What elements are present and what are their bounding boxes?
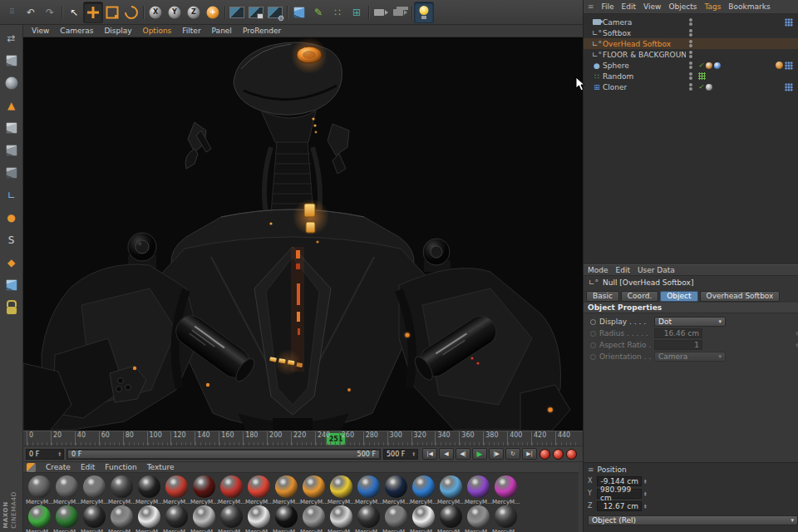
edges-mode-icon[interactable] bbox=[2, 140, 22, 160]
material-item[interactable]: MercyM... bbox=[300, 505, 328, 532]
effector-field-icon[interactable] bbox=[698, 72, 706, 80]
orientation-dropdown[interactable]: Camera ▾ bbox=[654, 352, 726, 362]
vp-menu-panel[interactable]: Panel bbox=[212, 27, 232, 35]
material-item[interactable]: MercyM... bbox=[300, 475, 328, 505]
object-row-random[interactable]: ∷ Random bbox=[584, 71, 798, 81]
am-menu-user-data[interactable]: User Data bbox=[638, 266, 675, 274]
move-tool-icon[interactable] bbox=[84, 2, 102, 22]
current-frame-input[interactable]: 0 F ▴▾ bbox=[26, 449, 64, 460]
mat-menu-function[interactable]: Function bbox=[105, 463, 136, 471]
play-backwards-button[interactable]: ◀ bbox=[439, 448, 454, 460]
object-row-cloner[interactable]: ⊞ Cloner ✓ bbox=[584, 81, 798, 92]
pen-tool-icon[interactable]: ✎ bbox=[309, 2, 328, 22]
material-item[interactable]: MercyM... bbox=[410, 505, 437, 532]
material-item[interactable]: MercyM... bbox=[245, 505, 273, 532]
play-button[interactable]: ▶ bbox=[472, 448, 487, 460]
material-item[interactable]: MercyM... bbox=[218, 505, 245, 532]
next-frame-button[interactable]: |▶ bbox=[489, 448, 504, 460]
material-item[interactable]: MercyM... bbox=[437, 505, 465, 532]
material-item[interactable]: MercyM... bbox=[190, 505, 218, 532]
snap-icon[interactable]: S bbox=[2, 229, 22, 250]
record-keyframe-button[interactable] bbox=[539, 449, 550, 460]
viewport-solo-icon[interactable]: ● bbox=[2, 207, 22, 228]
material-item[interactable]: MercyM... bbox=[465, 505, 492, 532]
keyframe-circle-icon[interactable] bbox=[590, 319, 596, 325]
radius-input[interactable]: 16.46 cm bbox=[654, 328, 702, 338]
material-item[interactable]: MercyM... bbox=[53, 475, 81, 505]
film-camera-icon[interactable] bbox=[391, 2, 409, 22]
end-frame-spinner[interactable]: ▴▾ bbox=[412, 451, 415, 456]
material-item[interactable]: MercyM... bbox=[108, 475, 135, 505]
tag-icon-grid[interactable] bbox=[785, 18, 793, 27]
points-mode-icon[interactable] bbox=[2, 117, 22, 138]
material-item[interactable]: MercyM... bbox=[108, 505, 135, 532]
goto-end-button[interactable]: ▶| bbox=[522, 448, 537, 460]
vp-menu-cameras[interactable]: Cameras bbox=[60, 27, 93, 35]
material-item[interactable]: MercyM... bbox=[382, 475, 410, 505]
material-item[interactable]: MercyM... bbox=[492, 505, 520, 532]
texture-mode-icon[interactable] bbox=[2, 72, 22, 93]
preview-range-slider[interactable]: 0 F 500 F bbox=[66, 449, 381, 460]
material-item[interactable]: MercyM... bbox=[26, 475, 53, 505]
visibility-dots[interactable] bbox=[686, 83, 696, 91]
render-picture-viewer-icon[interactable] bbox=[247, 2, 265, 22]
material-item[interactable]: MercyM... bbox=[492, 475, 520, 505]
material-item[interactable]: MercyM... bbox=[81, 505, 108, 532]
object-row-camera[interactable]: Camera bbox=[584, 17, 798, 27]
tab-coord[interactable]: Coord. bbox=[621, 291, 658, 302]
axis-mode-icon[interactable]: ▲ bbox=[2, 95, 22, 116]
timeline-ruler[interactable]: 251 0 20 40 60 80 100 120 140 160 180 20… bbox=[23, 431, 583, 446]
material-item[interactable]: MercyM... bbox=[465, 475, 492, 505]
polygons-mode-icon[interactable] bbox=[2, 162, 22, 183]
mograph-icon[interactable]: ∷ bbox=[328, 2, 347, 22]
lock-icon[interactable] bbox=[2, 297, 22, 318]
om-menu-objects[interactable]: Objects bbox=[668, 2, 697, 11]
visibility-dots[interactable] bbox=[686, 72, 696, 80]
tag-icon-grid[interactable] bbox=[785, 62, 793, 70]
frame-spinner[interactable]: ▴▾ bbox=[58, 451, 61, 456]
add-cube-icon[interactable] bbox=[290, 2, 308, 22]
loop-button[interactable]: ↻ bbox=[505, 448, 520, 460]
visibility-dots[interactable] bbox=[686, 40, 696, 47]
tag-icon-grid[interactable] bbox=[785, 83, 793, 91]
make-editable-icon[interactable]: ⇄ bbox=[2, 27, 22, 48]
visibility-dots[interactable] bbox=[686, 29, 696, 37]
material-item[interactable]: MercyM... bbox=[53, 505, 81, 532]
vp-menu-view[interactable]: View bbox=[32, 27, 49, 35]
viewport[interactable] bbox=[23, 37, 583, 431]
vp-menu-display[interactable]: Display bbox=[104, 27, 131, 35]
visibility-dots[interactable] bbox=[686, 62, 696, 69]
material-item[interactable]: MercyM... bbox=[190, 475, 218, 505]
om-menu-view[interactable]: View bbox=[643, 2, 661, 11]
fields-icon[interactable]: ⊞ bbox=[347, 2, 366, 22]
object-row-floor-background[interactable]: ∟° FLOOR & BACKGROUND bbox=[584, 49, 798, 60]
goto-start-button[interactable]: |◀ bbox=[422, 448, 437, 460]
rotate-tool-icon[interactable] bbox=[122, 2, 140, 22]
om-panel-icon[interactable]: ≡ bbox=[588, 2, 594, 11]
enabled-check-icon[interactable]: ✓ bbox=[698, 62, 704, 69]
material-item[interactable]: MercyM... bbox=[81, 475, 108, 505]
material-item[interactable]: MercyM... bbox=[410, 475, 437, 505]
om-menu-tags[interactable]: Tags bbox=[704, 2, 721, 11]
tab-object[interactable]: Object bbox=[660, 291, 697, 302]
material-item[interactable]: MercyM... bbox=[163, 475, 190, 505]
end-frame-input[interactable]: 500 F ▴▾ bbox=[383, 449, 418, 460]
model-mode-icon[interactable] bbox=[2, 50, 22, 71]
undo-icon[interactable]: ↶ bbox=[22, 2, 40, 22]
om-menu-bookmarks[interactable]: Bookmarks bbox=[728, 2, 770, 11]
position-y-spinner[interactable]: ▴▾ bbox=[644, 491, 647, 496]
vp-menu-filter[interactable]: Filter bbox=[182, 27, 200, 35]
material-item[interactable]: MercyM... bbox=[26, 505, 53, 532]
vp-menu-prorender[interactable]: ProRender bbox=[243, 27, 281, 35]
material-tag-icon[interactable] bbox=[714, 62, 721, 69]
position-z-input[interactable]: 12.67 cm bbox=[597, 501, 642, 511]
material-item[interactable]: MercyM... bbox=[163, 505, 190, 532]
aspect-ratio-input[interactable]: 1 bbox=[654, 340, 702, 350]
position-y-input[interactable]: 980.999 cm bbox=[597, 489, 642, 499]
display-dropdown[interactable]: Dot ▾ bbox=[654, 317, 726, 327]
coordinate-mode-dropdown[interactable]: Object (Rel) ▾ bbox=[588, 515, 798, 525]
material-item[interactable]: MercyM... bbox=[355, 505, 382, 532]
mat-menu-texture[interactable]: Texture bbox=[147, 463, 175, 471]
render-view-icon[interactable] bbox=[228, 2, 246, 22]
visibility-dots[interactable] bbox=[686, 51, 696, 58]
